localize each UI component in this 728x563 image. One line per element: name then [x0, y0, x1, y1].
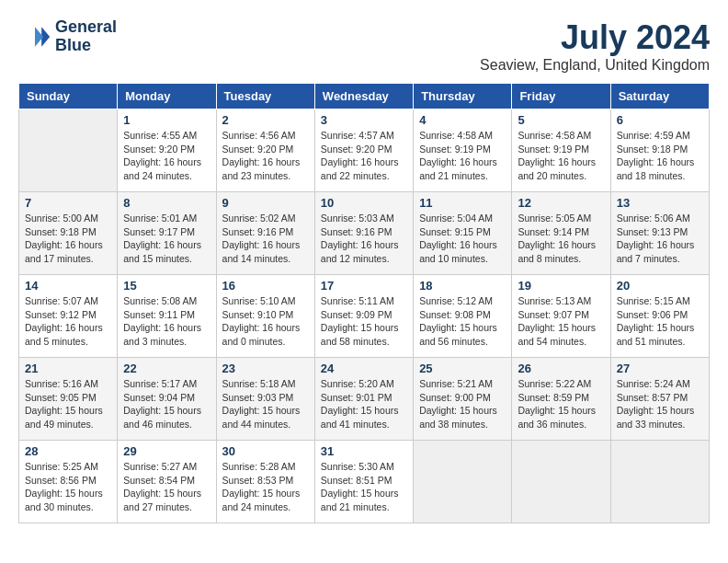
logo-line2: Blue [55, 37, 117, 55]
day-number: 7 [25, 196, 111, 210]
calendar-cell: 14Sunrise: 5:07 AM Sunset: 9:12 PM Dayli… [19, 275, 118, 358]
day-number: 9 [222, 196, 309, 210]
calendar-cell [19, 109, 118, 192]
calendar-cell: 27Sunrise: 5:24 AM Sunset: 8:57 PM Dayli… [610, 358, 709, 441]
calendar-body: 1Sunrise: 4:55 AM Sunset: 9:20 PM Daylig… [19, 109, 710, 523]
location: Seaview, England, United Kingdom [480, 57, 710, 74]
calendar-week: 14Sunrise: 5:07 AM Sunset: 9:12 PM Dayli… [19, 275, 710, 358]
day-number: 15 [123, 279, 210, 293]
day-info: Sunrise: 5:21 AM Sunset: 9:00 PM Dayligh… [419, 377, 506, 431]
logo-icon [18, 20, 51, 53]
day-number: 26 [518, 362, 604, 375]
day-number: 5 [518, 113, 604, 127]
day-info: Sunrise: 5:16 AM Sunset: 9:05 PM Dayligh… [25, 377, 111, 431]
day-number: 3 [321, 113, 407, 127]
logo: General Blue [18, 18, 117, 55]
day-info: Sunrise: 5:27 AM Sunset: 8:54 PM Dayligh… [123, 460, 210, 514]
calendar-cell: 22Sunrise: 5:17 AM Sunset: 9:04 PM Dayli… [118, 358, 216, 441]
page-header: General Blue July 2024 Seaview, England,… [18, 18, 710, 74]
day-info: Sunrise: 4:59 AM Sunset: 9:18 PM Dayligh… [617, 129, 703, 183]
day-info: Sunrise: 5:10 AM Sunset: 9:10 PM Dayligh… [222, 294, 309, 349]
day-info: Sunrise: 5:30 AM Sunset: 8:51 PM Dayligh… [321, 460, 407, 514]
day-number: 13 [617, 196, 703, 210]
day-info: Sunrise: 5:18 AM Sunset: 9:03 PM Dayligh… [222, 377, 309, 431]
day-number: 4 [419, 113, 506, 127]
calendar-cell: 11Sunrise: 5:04 AM Sunset: 9:15 PM Dayli… [414, 192, 512, 275]
calendar-week: 21Sunrise: 5:16 AM Sunset: 9:05 PM Dayli… [19, 358, 710, 441]
calendar-cell: 6Sunrise: 4:59 AM Sunset: 9:18 PM Daylig… [610, 109, 709, 192]
calendar-cell: 4Sunrise: 4:58 AM Sunset: 9:19 PM Daylig… [414, 109, 512, 192]
calendar-cell: 10Sunrise: 5:03 AM Sunset: 9:16 PM Dayli… [314, 192, 413, 275]
calendar-cell: 12Sunrise: 5:05 AM Sunset: 9:14 PM Dayli… [512, 192, 610, 275]
calendar-week: 7Sunrise: 5:00 AM Sunset: 9:18 PM Daylig… [19, 192, 710, 275]
calendar-cell: 1Sunrise: 4:55 AM Sunset: 9:20 PM Daylig… [118, 109, 216, 192]
day-number: 30 [222, 444, 309, 458]
day-number: 16 [222, 279, 309, 293]
day-number: 8 [123, 196, 210, 210]
day-header: Wednesday [314, 84, 413, 109]
calendar-cell: 19Sunrise: 5:13 AM Sunset: 9:07 PM Dayli… [512, 275, 610, 358]
day-info: Sunrise: 5:15 AM Sunset: 9:06 PM Dayligh… [617, 294, 703, 349]
calendar-week: 1Sunrise: 4:55 AM Sunset: 9:20 PM Daylig… [19, 109, 710, 192]
day-header: Sunday [19, 84, 118, 109]
day-number: 2 [222, 113, 309, 127]
day-header: Thursday [414, 84, 512, 109]
calendar-cell: 17Sunrise: 5:11 AM Sunset: 9:09 PM Dayli… [314, 275, 413, 358]
day-info: Sunrise: 5:25 AM Sunset: 8:56 PM Dayligh… [25, 460, 111, 514]
calendar-cell: 18Sunrise: 5:12 AM Sunset: 9:08 PM Dayli… [414, 275, 512, 358]
day-number: 31 [321, 444, 407, 458]
calendar-cell: 31Sunrise: 5:30 AM Sunset: 8:51 PM Dayli… [314, 441, 413, 523]
calendar-cell: 26Sunrise: 5:22 AM Sunset: 8:59 PM Dayli… [512, 358, 610, 441]
calendar-cell: 3Sunrise: 4:57 AM Sunset: 9:20 PM Daylig… [314, 109, 413, 192]
day-number: 20 [617, 279, 703, 293]
day-number: 28 [25, 444, 111, 458]
day-number: 14 [25, 279, 111, 293]
day-header: Saturday [610, 84, 709, 109]
day-info: Sunrise: 4:58 AM Sunset: 9:19 PM Dayligh… [419, 129, 506, 183]
day-number: 29 [123, 444, 210, 458]
day-info: Sunrise: 5:03 AM Sunset: 9:16 PM Dayligh… [321, 212, 407, 266]
calendar-cell: 30Sunrise: 5:28 AM Sunset: 8:53 PM Dayli… [216, 441, 314, 523]
calendar-cell: 16Sunrise: 5:10 AM Sunset: 9:10 PM Dayli… [216, 275, 314, 358]
calendar-header: SundayMondayTuesdayWednesdayThursdayFrid… [19, 84, 710, 109]
day-info: Sunrise: 5:05 AM Sunset: 9:14 PM Dayligh… [518, 212, 604, 266]
calendar-cell: 24Sunrise: 5:20 AM Sunset: 9:01 PM Dayli… [314, 358, 413, 441]
day-info: Sunrise: 5:11 AM Sunset: 9:09 PM Dayligh… [321, 294, 407, 349]
day-info: Sunrise: 5:22 AM Sunset: 8:59 PM Dayligh… [518, 377, 604, 431]
calendar-cell: 29Sunrise: 5:27 AM Sunset: 8:54 PM Dayli… [118, 441, 216, 523]
day-number: 27 [617, 362, 703, 375]
day-number: 24 [321, 362, 407, 375]
day-info: Sunrise: 4:55 AM Sunset: 9:20 PM Dayligh… [123, 129, 210, 183]
day-number: 25 [419, 362, 506, 375]
calendar-cell: 13Sunrise: 5:06 AM Sunset: 9:13 PM Dayli… [610, 192, 709, 275]
calendar-cell [512, 441, 610, 523]
day-info: Sunrise: 5:00 AM Sunset: 9:18 PM Dayligh… [25, 212, 111, 266]
day-number: 19 [518, 279, 604, 293]
day-info: Sunrise: 5:17 AM Sunset: 9:04 PM Dayligh… [123, 377, 210, 431]
day-info: Sunrise: 5:24 AM Sunset: 8:57 PM Dayligh… [617, 377, 703, 431]
day-number: 6 [617, 113, 703, 127]
calendar-table: SundayMondayTuesdayWednesdayThursdayFrid… [18, 83, 710, 523]
day-info: Sunrise: 5:01 AM Sunset: 9:17 PM Dayligh… [123, 212, 210, 266]
day-info: Sunrise: 4:57 AM Sunset: 9:20 PM Dayligh… [321, 129, 407, 183]
day-info: Sunrise: 5:02 AM Sunset: 9:16 PM Dayligh… [222, 212, 309, 266]
day-info: Sunrise: 5:28 AM Sunset: 8:53 PM Dayligh… [222, 460, 309, 514]
calendar-cell: 28Sunrise: 5:25 AM Sunset: 8:56 PM Dayli… [19, 441, 118, 523]
day-info: Sunrise: 5:04 AM Sunset: 9:15 PM Dayligh… [419, 212, 506, 266]
day-number: 11 [419, 196, 506, 210]
day-header: Tuesday [216, 84, 314, 109]
day-info: Sunrise: 4:58 AM Sunset: 9:19 PM Dayligh… [518, 129, 604, 183]
day-number: 1 [123, 113, 210, 127]
title-block: July 2024 Seaview, England, United Kingd… [480, 18, 710, 74]
calendar-cell: 8Sunrise: 5:01 AM Sunset: 9:17 PM Daylig… [118, 192, 216, 275]
day-header: Monday [118, 84, 216, 109]
calendar-cell [414, 441, 512, 523]
day-number: 22 [123, 362, 210, 375]
day-info: Sunrise: 5:06 AM Sunset: 9:13 PM Dayligh… [617, 212, 703, 266]
day-number: 17 [321, 279, 407, 293]
day-info: Sunrise: 5:13 AM Sunset: 9:07 PM Dayligh… [518, 294, 604, 349]
calendar-cell: 5Sunrise: 4:58 AM Sunset: 9:19 PM Daylig… [512, 109, 610, 192]
day-info: Sunrise: 5:08 AM Sunset: 9:11 PM Dayligh… [123, 294, 210, 349]
day-info: Sunrise: 5:12 AM Sunset: 9:08 PM Dayligh… [419, 294, 506, 349]
calendar-cell: 9Sunrise: 5:02 AM Sunset: 9:16 PM Daylig… [216, 192, 314, 275]
